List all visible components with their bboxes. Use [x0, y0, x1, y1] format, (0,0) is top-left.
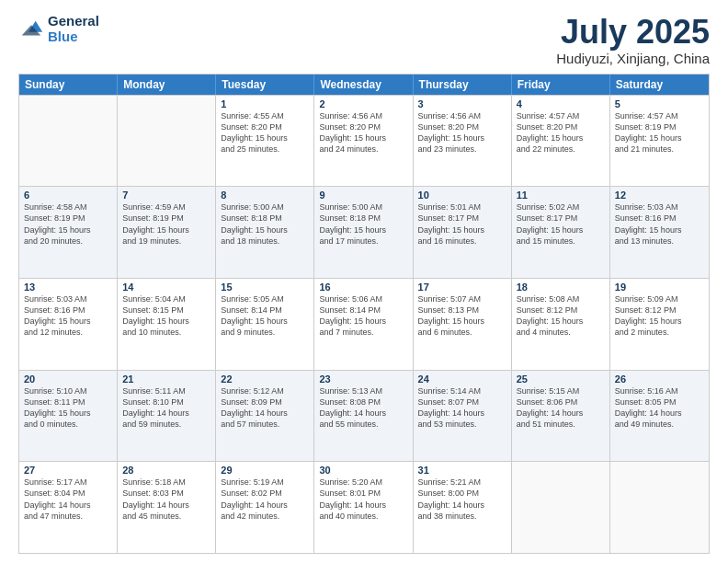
cell-info-line: and 10 minutes.	[122, 327, 210, 338]
day-number: 27	[24, 465, 112, 476]
cell-info-line: Sunrise: 5:10 AM	[24, 385, 112, 396]
cell-info-line: and 38 minutes.	[418, 511, 506, 522]
day-cell-30: 30Sunrise: 5:20 AMSunset: 8:01 PMDayligh…	[314, 462, 413, 553]
header-day-tuesday: Tuesday	[216, 75, 314, 95]
cell-info-line: Sunrise: 5:15 AM	[517, 385, 605, 396]
cell-info-line: and 15 minutes.	[517, 236, 605, 247]
day-cell-23: 23Sunrise: 5:13 AMSunset: 8:08 PMDayligh…	[314, 371, 413, 462]
day-number: 25	[517, 373, 605, 385]
header-day-monday: Monday	[118, 75, 216, 95]
day-cell-12: 12Sunrise: 5:03 AMSunset: 8:16 PMDayligh…	[610, 187, 709, 278]
cell-info-line: and 9 minutes.	[221, 327, 309, 338]
cell-info-line: Daylight: 15 hours	[221, 316, 309, 327]
cell-info-line: and 12 minutes.	[24, 327, 112, 338]
cell-info-line: Sunset: 8:17 PM	[418, 213, 506, 224]
calendar-location: Hudiyuzi, Xinjiang, China	[556, 51, 710, 66]
calendar-body: 1Sunrise: 4:55 AMSunset: 8:20 PMDaylight…	[19, 95, 709, 553]
cell-info-line: Sunrise: 5:18 AM	[122, 477, 210, 488]
day-number: 16	[319, 282, 407, 293]
cell-info-line: Daylight: 15 hours	[319, 316, 407, 327]
cell-info-line: Daylight: 15 hours	[221, 224, 309, 236]
cell-info-line: Daylight: 14 hours	[615, 408, 704, 419]
cell-info-line: and 16 minutes.	[418, 236, 506, 247]
cell-info-line: Sunset: 8:05 PM	[615, 396, 704, 408]
day-number: 26	[615, 373, 704, 385]
cell-info-line: and 2 minutes.	[615, 327, 704, 338]
day-number: 22	[221, 373, 309, 385]
cell-info-line: Sunset: 8:00 PM	[418, 488, 506, 499]
day-number: 8	[221, 190, 309, 201]
cell-info-line: and 57 minutes.	[221, 419, 309, 430]
cell-info-line: Daylight: 14 hours	[418, 500, 506, 511]
cell-info-line: Sunset: 8:19 PM	[24, 213, 112, 224]
cell-info-line: Sunset: 8:14 PM	[221, 304, 309, 316]
cell-info-line: Daylight: 15 hours	[615, 316, 704, 327]
day-cell-6: 6Sunrise: 4:58 AMSunset: 8:19 PMDaylight…	[19, 187, 118, 278]
cell-info-line: and 0 minutes.	[24, 419, 112, 430]
calendar-week-3: 13Sunrise: 5:03 AMSunset: 8:16 PMDayligh…	[19, 278, 709, 370]
logo: General Blue	[18, 14, 99, 44]
cell-info-line: and 45 minutes.	[122, 511, 210, 522]
cell-info-line: Sunrise: 5:07 AM	[418, 293, 506, 304]
day-cell-10: 10Sunrise: 5:01 AMSunset: 8:17 PMDayligh…	[414, 187, 512, 278]
cell-info-line: Sunset: 8:12 PM	[615, 304, 704, 316]
title-block: July 2025 Hudiyuzi, Xinjiang, China	[556, 14, 710, 66]
cell-info-line: and 55 minutes.	[319, 419, 407, 430]
cell-info-line: Sunrise: 5:17 AM	[24, 477, 112, 488]
day-number: 4	[517, 98, 605, 109]
cell-info-line: and 17 minutes.	[319, 236, 407, 247]
cell-info-line: Sunrise: 5:02 AM	[517, 201, 605, 213]
calendar-title: July 2025	[556, 14, 710, 51]
logo-text: General Blue	[48, 14, 99, 44]
day-cell-18: 18Sunrise: 5:08 AMSunset: 8:12 PMDayligh…	[512, 279, 610, 370]
header: General Blue July 2025 Hudiyuzi, Xinjian…	[18, 14, 710, 66]
cell-info-line: Sunrise: 4:57 AM	[615, 110, 704, 121]
day-cell-25: 25Sunrise: 5:15 AMSunset: 8:06 PMDayligh…	[512, 371, 610, 462]
cell-info-line: and 53 minutes.	[418, 419, 506, 430]
cell-info-line: Sunset: 8:13 PM	[418, 304, 506, 316]
cell-info-line: Sunset: 8:19 PM	[615, 121, 704, 132]
day-cell-28: 28Sunrise: 5:18 AMSunset: 8:03 PMDayligh…	[118, 462, 216, 553]
cell-info-line: Sunset: 8:20 PM	[517, 121, 605, 132]
empty-cell	[19, 96, 118, 187]
day-number: 30	[319, 465, 407, 476]
day-number: 12	[615, 190, 704, 201]
cell-info-line: and 6 minutes.	[418, 327, 506, 338]
header-day-thursday: Thursday	[414, 75, 512, 95]
cell-info-line: Sunset: 8:01 PM	[319, 488, 407, 499]
cell-info-line: Sunrise: 5:16 AM	[615, 385, 704, 396]
cell-info-line: Sunrise: 4:56 AM	[319, 110, 407, 121]
calendar-week-2: 6Sunrise: 4:58 AMSunset: 8:19 PMDaylight…	[19, 186, 709, 278]
cell-info-line: Sunrise: 5:00 AM	[319, 201, 407, 213]
cell-info-line: Sunset: 8:17 PM	[517, 213, 605, 224]
cell-info-line: Sunrise: 4:59 AM	[122, 201, 210, 213]
cell-info-line: Daylight: 14 hours	[122, 500, 210, 511]
cell-info-line: Sunrise: 5:03 AM	[615, 201, 704, 213]
cell-info-line: and 18 minutes.	[221, 236, 309, 247]
day-cell-20: 20Sunrise: 5:10 AMSunset: 8:11 PMDayligh…	[19, 371, 118, 462]
cell-info-line: Daylight: 15 hours	[517, 132, 605, 144]
cell-info-line: and 47 minutes.	[24, 511, 112, 522]
cell-info-line: Daylight: 15 hours	[24, 224, 112, 236]
cell-info-line: Sunrise: 5:12 AM	[221, 385, 309, 396]
day-number: 28	[122, 465, 210, 476]
day-cell-15: 15Sunrise: 5:05 AMSunset: 8:14 PMDayligh…	[216, 279, 314, 370]
day-cell-2: 2Sunrise: 4:56 AMSunset: 8:20 PMDaylight…	[314, 96, 413, 187]
cell-info-line: and 59 minutes.	[122, 419, 210, 430]
cell-info-line: Sunset: 8:03 PM	[122, 488, 210, 499]
header-day-sunday: Sunday	[19, 75, 118, 95]
cell-info-line: Daylight: 14 hours	[24, 500, 112, 511]
cell-info-line: Sunrise: 5:13 AM	[319, 385, 407, 396]
cell-info-line: Sunset: 8:08 PM	[319, 396, 407, 408]
logo-icon	[18, 17, 44, 42]
cell-info-line: Sunrise: 4:55 AM	[221, 110, 309, 121]
cell-info-line: and 40 minutes.	[319, 511, 407, 522]
cell-info-line: Sunrise: 4:58 AM	[24, 201, 112, 213]
logo-general-text: General	[48, 14, 99, 29]
cell-info-line: Daylight: 15 hours	[24, 316, 112, 327]
cell-info-line: Sunset: 8:09 PM	[221, 396, 309, 408]
cell-info-line: Daylight: 15 hours	[615, 224, 704, 236]
cell-info-line: Sunrise: 5:00 AM	[221, 201, 309, 213]
header-day-wednesday: Wednesday	[314, 75, 413, 95]
logo-blue-text: Blue	[48, 29, 99, 45]
